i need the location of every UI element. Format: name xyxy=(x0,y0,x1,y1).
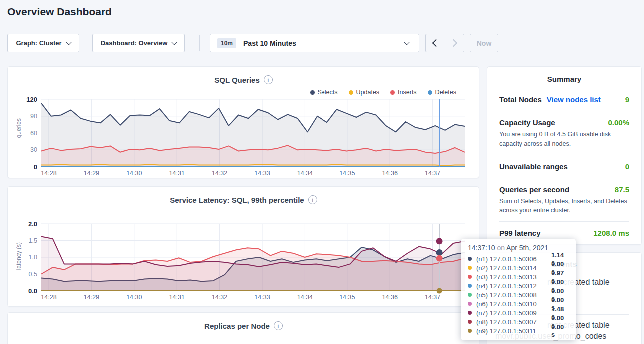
node-address: (n3) 127.0.0.1:50313 xyxy=(476,273,551,281)
legend-item[interactable]: Deletes xyxy=(428,89,456,96)
x-axis-tick: 14:28 xyxy=(41,294,56,301)
dashboard-dropdown-label: Dashboard: Overview xyxy=(101,39,168,47)
info-icon[interactable]: i xyxy=(274,321,283,330)
node-color-dot xyxy=(468,320,472,324)
qps-subtext: Sum of Selects, Updates, Inserts, and De… xyxy=(499,197,629,216)
now-button[interactable]: Now xyxy=(470,34,498,52)
y-axis-tick: 0.5 xyxy=(8,271,37,278)
legend-item[interactable]: Inserts xyxy=(390,89,417,96)
time-range-badge: 10m xyxy=(217,38,236,48)
replicas-chart-title: Replicas per Node xyxy=(204,322,270,330)
x-axis-tick: 14:34 xyxy=(297,294,313,301)
time-range-picker[interactable]: 10m Past 10 Minutes xyxy=(210,34,419,52)
capacity-usage-label: Capacity Usage xyxy=(499,118,555,127)
info-icon[interactable]: i xyxy=(308,195,317,204)
x-axis-tick: 14:32 xyxy=(212,294,227,301)
unavailable-ranges-value: 0 xyxy=(625,162,629,171)
x-axis-tick: 14:30 xyxy=(126,294,142,301)
p99-latency-label: P99 latency xyxy=(499,229,541,237)
info-icon[interactable]: i xyxy=(264,75,273,84)
y-axis-tick: 90 xyxy=(8,113,37,120)
node-color-dot xyxy=(468,302,472,306)
unavailable-ranges-row: Unavailable ranges 0 xyxy=(499,155,629,178)
x-axis-tick: 14:28 xyxy=(41,170,56,177)
p99-latency-value: 1208.0 ms xyxy=(593,229,629,237)
y-axis-tick: 30 xyxy=(8,146,37,153)
y-axis-label: queries xyxy=(15,118,22,138)
x-axis-tick: 14:37 xyxy=(425,170,440,177)
node-address: (n9) 127.0.0.1:50311 xyxy=(476,327,551,335)
capacity-usage-subtext: You are using 0 B of 4.5 GiB usable disk… xyxy=(499,130,629,149)
capacity-usage-value: 0.00% xyxy=(608,118,629,127)
node-color-dot xyxy=(468,257,472,261)
node-color-dot xyxy=(468,311,472,315)
node-address: (n4) 127.0.0.1:50312 xyxy=(476,282,551,290)
time-next-button[interactable] xyxy=(445,34,464,52)
x-axis-tick: 14:35 xyxy=(339,294,355,301)
node-address: (n1) 127.0.0.1:50306 xyxy=(476,255,551,263)
tooltip-timestamp: 14:37:10 on Apr 5th, 2021 xyxy=(468,244,569,252)
node-address: (n7) 127.0.0.1:50309 xyxy=(476,309,551,317)
page-title: Overview Dashboard xyxy=(7,6,112,18)
node-color-dot xyxy=(468,266,472,270)
chevron-right-icon xyxy=(449,39,457,47)
legend-item[interactable]: Updates xyxy=(349,89,380,96)
time-step-group xyxy=(425,34,464,52)
time-range-label: Past 10 Minutes xyxy=(243,39,296,47)
view-nodes-list-link[interactable]: View nodes list xyxy=(547,95,601,104)
x-axis-tick: 14:30 xyxy=(126,170,142,177)
summary-panel: Summary Total Nodes View nodes list 9 Ca… xyxy=(487,66,642,245)
x-axis-tick: 14:33 xyxy=(254,170,270,177)
chevron-down-icon xyxy=(66,39,71,45)
legend-dot xyxy=(390,90,395,95)
legend-item[interactable]: Selects xyxy=(310,89,338,96)
x-axis-tick: 14:33 xyxy=(254,294,270,301)
x-axis-tick: 14:31 xyxy=(169,294,185,301)
legend-dot xyxy=(349,90,353,95)
graph-dropdown[interactable]: Graph: Cluster xyxy=(7,34,79,52)
chevron-left-icon xyxy=(432,39,440,47)
qps-label: Queries per second xyxy=(499,185,569,194)
x-axis-tick: 14:32 xyxy=(212,170,227,177)
x-axis-tick: 14:34 xyxy=(297,170,313,177)
node-color-dot xyxy=(468,284,472,288)
node-latency-value: 0.00 s xyxy=(551,323,569,338)
chevron-down-icon xyxy=(404,39,409,45)
total-nodes-value: 9 xyxy=(625,95,629,104)
qps-value: 87.5 xyxy=(615,185,629,194)
sql-queries-legend: SelectsUpdatesInsertsDeletes xyxy=(310,89,456,96)
node-address: (n8) 127.0.0.1:50307 xyxy=(476,318,551,326)
x-axis-tick: 14:29 xyxy=(84,294,99,301)
node-color-dot xyxy=(468,275,472,279)
x-axis-tick: 14:37 xyxy=(425,294,440,301)
tooltip-node-row: (n9) 127.0.0.1:503110.00 s xyxy=(468,326,569,335)
y-axis-tick: 60 xyxy=(8,130,37,137)
y-axis-tick: 0.0 xyxy=(8,287,37,295)
node-address: (n5) 127.0.0.1:50308 xyxy=(476,291,551,299)
legend-dot xyxy=(428,90,432,95)
y-axis-tick: 1.5 xyxy=(8,237,37,244)
x-axis-tick: 14:35 xyxy=(339,170,355,177)
node-color-dot xyxy=(468,329,472,333)
sql-queries-chart-title: SQL Queries xyxy=(214,76,260,84)
x-axis-tick: 14:31 xyxy=(169,170,185,177)
service-latency-chart-card: Service Latency: SQL, 99th percentile i … xyxy=(7,186,479,307)
unavailable-ranges-label: Unavailable ranges xyxy=(499,162,568,171)
dashboard-dropdown[interactable]: Dashboard: Overview xyxy=(92,34,185,52)
sql-queries-chart-card: SQL Queries i SelectsUpdatesInsertsDelet… xyxy=(7,66,479,178)
y-axis-tick: 120 xyxy=(8,96,37,103)
service-latency-chart-title: Service Latency: SQL, 99th percentile xyxy=(170,196,304,204)
time-prev-button[interactable] xyxy=(426,34,445,52)
x-axis-tick: 14:29 xyxy=(84,170,99,177)
total-nodes-row: Total Nodes View nodes list 9 xyxy=(499,88,629,111)
y-axis-tick: 1.0 xyxy=(8,254,37,261)
y-axis-tick: 2.0 xyxy=(8,220,37,228)
toolbar-divider xyxy=(199,35,200,51)
total-nodes-label: Total Nodes xyxy=(499,95,542,104)
replicas-per-node-chart-card: Replicas per Node i xyxy=(7,312,479,344)
x-axis-tick: 14:36 xyxy=(382,170,398,177)
chart-hover-tooltip: 14:37:10 on Apr 5th, 2021 (n1) 127.0.0.1… xyxy=(461,239,576,340)
graph-dropdown-label: Graph: Cluster xyxy=(16,39,61,47)
chevron-down-icon xyxy=(172,39,177,45)
node-address: (n2) 127.0.0.1:50314 xyxy=(476,264,551,272)
